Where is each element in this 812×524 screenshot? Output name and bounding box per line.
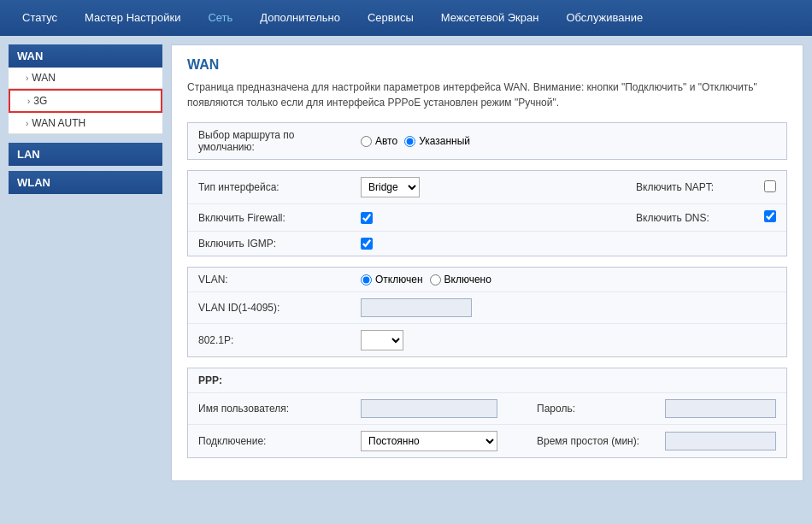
row-firewall: Включить Firewall: Включить DNS: <box>188 204 786 232</box>
nav-status[interactable]: Статус <box>9 0 71 36</box>
radio-vlan-off-text: Отключен <box>375 274 423 286</box>
input-idle[interactable] <box>665 432 776 450</box>
vlan-id-control <box>361 298 776 317</box>
sidebar-wan-arrow: › <box>26 74 28 83</box>
label-dot1p: 802.1P: <box>198 334 352 346</box>
select-connection[interactable]: Постоянно По требованию Ручной <box>361 431 497 451</box>
radio-vlan-on[interactable] <box>430 274 441 286</box>
label-password: Пароль: <box>520 403 656 415</box>
input-username[interactable] <box>361 399 497 418</box>
row-dot1p: 802.1P: <box>188 324 786 356</box>
iface-type-control: Bridge PPPoE IPoE L2TP PPTP <box>361 177 610 197</box>
row-connection: Подключение: Постоянно По требованию Руч… <box>188 425 786 457</box>
radio-manual[interactable] <box>404 136 415 147</box>
password-control <box>665 399 776 418</box>
radio-vlan-on-label[interactable]: Включено <box>430 274 491 286</box>
radio-auto[interactable] <box>361 136 372 147</box>
dns-control <box>764 210 776 225</box>
label-idle: Время простоя (мин): <box>520 435 656 447</box>
sidebar-wanauth-label: WAN AUTH <box>32 117 85 129</box>
dot1p-control <box>361 330 776 350</box>
section-vlan: VLAN: Отключен Включено VLAN ID(1-4095): <box>187 267 787 357</box>
radio-vlan-off-label[interactable]: Отключен <box>361 274 423 286</box>
sidebar-wan-label: WAN <box>32 72 56 84</box>
label-iface-type: Тип интерфейса: <box>198 181 352 193</box>
section-ppp: PPP: Имя пользователя: Пароль: Подключен… <box>187 368 787 458</box>
label-igmp: Включить IGMP: <box>198 238 352 250</box>
checkbox-igmp[interactable] <box>361 238 373 250</box>
section-interface: Тип интерфейса: Bridge PPPoE IPoE L2TP P… <box>187 170 787 256</box>
sidebar-3g-arrow: › <box>27 97 30 106</box>
nav-maintenance[interactable]: Обслуживание <box>552 0 656 36</box>
radio-vlan-on-text: Включено <box>444 274 491 286</box>
label-vlan: VLAN: <box>198 274 352 286</box>
sidebar-wanauth-arrow: › <box>26 119 28 128</box>
row-vlan-id: VLAN ID(1-4095): <box>188 292 786 324</box>
igmp-control <box>361 238 776 250</box>
nav-network[interactable]: Сеть <box>194 0 246 36</box>
select-iface-type[interactable]: Bridge PPPoE IPoE L2TP PPTP <box>361 177 420 197</box>
row-default-route: Выбор маршрута по умолчанию: Авто Указан… <box>188 123 786 159</box>
section-default-route: Выбор маршрута по умолчанию: Авто Указан… <box>187 122 787 160</box>
row-username: Имя пользователя: Пароль: <box>188 393 786 425</box>
row-igmp: Включить IGMP: <box>188 232 786 256</box>
label-connection: Подключение: <box>198 435 352 447</box>
sidebar-item-wan[interactable]: › WAN <box>9 68 162 89</box>
radio-vlan-off[interactable] <box>361 274 372 286</box>
sidebar-wan-title[interactable]: WAN <box>9 44 162 68</box>
sidebar-3g-label: 3G <box>33 95 47 107</box>
radio-manual-text: Указанный <box>419 135 470 147</box>
sidebar: WAN › WAN › 3G › WAN AUTH LAN WLAN <box>9 44 162 481</box>
nav-advanced[interactable]: Дополнительно <box>246 0 354 36</box>
sidebar-lan-title[interactable]: LAN <box>9 143 162 166</box>
label-username: Имя пользователя: <box>198 403 352 415</box>
nav-wizard[interactable]: Мастер Настройки <box>71 0 194 36</box>
ppp-section-label: PPP: <box>188 368 786 393</box>
nav-firewall[interactable]: Межсетевой Экран <box>427 0 553 36</box>
radio-group-route: Авто Указанный <box>361 135 776 147</box>
nav-services[interactable]: Сервисы <box>354 0 427 36</box>
idle-control <box>665 432 776 450</box>
checkbox-dns[interactable] <box>764 210 776 222</box>
connection-control: Постоянно По требованию Ручной <box>361 431 511 451</box>
label-firewall: Включить Firewall: <box>198 212 352 224</box>
label-dns: Включить DNS: <box>619 212 756 224</box>
label-napt: Включить NAPT: <box>619 181 756 193</box>
radio-auto-label[interactable]: Авто <box>361 135 397 147</box>
checkbox-napt[interactable] <box>764 180 776 192</box>
firewall-control <box>361 212 610 224</box>
row-iface-type: Тип интерфейса: Bridge PPPoE IPoE L2TP P… <box>188 171 786 204</box>
content-area: WAN Страница предназначена для настройки… <box>171 44 803 481</box>
sidebar-wlan-title[interactable]: WLAN <box>9 171 162 194</box>
select-dot1p[interactable] <box>361 330 403 350</box>
page-title: WAN <box>187 57 787 73</box>
vlan-radio-group: Отключен Включено <box>361 274 776 286</box>
sidebar-item-wan-auth[interactable]: › WAN AUTH <box>9 113 162 134</box>
radio-manual-label[interactable]: Указанный <box>404 135 470 147</box>
row-vlan: VLAN: Отключен Включено <box>188 268 786 292</box>
username-control <box>361 399 511 418</box>
napt-control <box>764 180 776 195</box>
checkbox-firewall[interactable] <box>361 212 373 224</box>
top-navigation: Статус Мастер Настройки Сеть Дополнитель… <box>0 0 812 36</box>
input-password[interactable] <box>665 399 776 418</box>
main-container: WAN › WAN › 3G › WAN AUTH LAN WLAN WAN С… <box>0 36 812 490</box>
label-vlan-id: VLAN ID(1-4095): <box>198 302 352 314</box>
page-description: Страница предназначена для настройки пар… <box>187 79 787 110</box>
label-default-route: Выбор маршрута по умолчанию: <box>198 129 352 153</box>
input-vlan-id[interactable] <box>361 298 472 317</box>
sidebar-item-3g[interactable]: › 3G <box>9 89 162 113</box>
radio-auto-text: Авто <box>375 135 397 147</box>
